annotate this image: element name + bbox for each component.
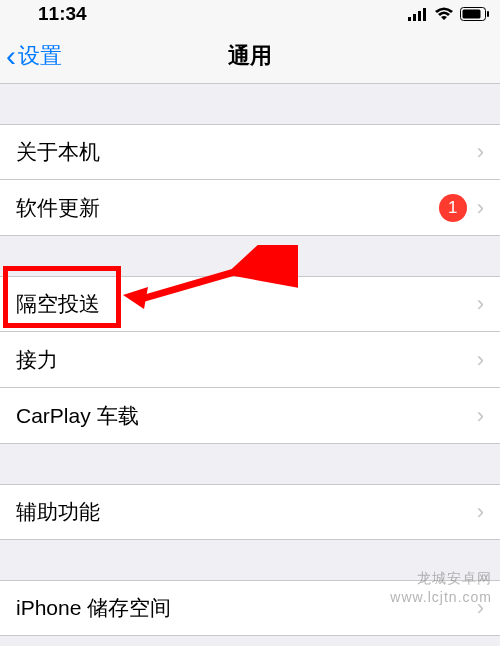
svg-rect-3 [423, 8, 426, 21]
cell-label: CarPlay 车载 [16, 402, 467, 430]
chevron-right-icon: › [477, 139, 484, 165]
svg-rect-1 [413, 14, 416, 21]
status-bar: 11:34 [0, 0, 500, 28]
chevron-right-icon: › [477, 347, 484, 373]
chevron-right-icon: › [477, 291, 484, 317]
chevron-right-icon: › [477, 195, 484, 221]
cell-label: 接力 [16, 346, 467, 374]
back-label: 设置 [18, 41, 62, 71]
cell-label: 软件更新 [16, 194, 439, 222]
cell-about[interactable]: 关于本机 › [0, 124, 500, 180]
svg-rect-0 [408, 17, 411, 21]
cell-handoff[interactable]: 接力 › [0, 332, 500, 388]
section-3: 辅助功能 › [0, 484, 500, 540]
status-indicators [408, 7, 490, 21]
status-time: 11:34 [10, 3, 87, 25]
cell-label: 隔空投送 [16, 290, 467, 318]
chevron-right-icon: › [477, 403, 484, 429]
svg-rect-6 [487, 11, 489, 17]
watermark: 龙城安卓网 www.lcjtn.com [390, 569, 492, 608]
cell-carplay[interactable]: CarPlay 车载 › [0, 388, 500, 444]
cell-software-update[interactable]: 软件更新 1 › [0, 180, 500, 236]
cell-label: 关于本机 [16, 138, 467, 166]
cell-airdrop[interactable]: 隔空投送 › [0, 276, 500, 332]
wifi-icon [434, 7, 454, 21]
section-2: 隔空投送 › 接力 › CarPlay 车载 › [0, 276, 500, 444]
watermark-line1: 龙城安卓网 [390, 569, 492, 589]
svg-rect-2 [418, 11, 421, 21]
page-title: 通用 [0, 41, 500, 71]
chevron-right-icon: › [477, 499, 484, 525]
section-1: 关于本机 › 软件更新 1 › [0, 124, 500, 236]
battery-icon [460, 7, 490, 21]
update-badge: 1 [439, 194, 467, 222]
signal-bars-icon [408, 7, 428, 21]
cell-label: 辅助功能 [16, 498, 467, 526]
chevron-left-icon: ‹ [6, 41, 16, 71]
svg-rect-5 [463, 10, 481, 19]
cell-accessibility[interactable]: 辅助功能 › [0, 484, 500, 540]
back-button[interactable]: ‹ 设置 [0, 41, 62, 71]
watermark-line2: www.lcjtn.com [390, 588, 492, 608]
navigation-bar: ‹ 设置 通用 [0, 28, 500, 84]
